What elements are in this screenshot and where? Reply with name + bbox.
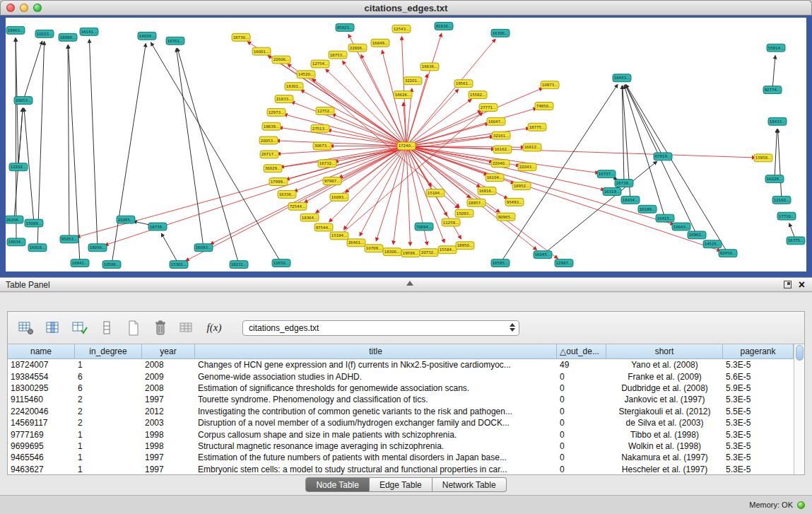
graph-node[interactable]: 27513... [311,124,329,132]
graph-node[interactable]: 18056... [88,244,107,252]
graph-node[interactable]: 16415... [656,214,674,222]
graph-node[interactable]: 18730... [232,33,250,41]
graph-node[interactable]: 17240... [397,142,416,150]
graph-node[interactable]: 16812... [523,144,541,151]
graph-edge[interactable] [306,74,459,208]
graph-edge[interactable] [284,115,406,146]
table-row[interactable]: 911546021997Tourette syndrome. Phenomeno… [8,394,794,405]
graph-node[interactable]: 16047... [487,117,505,125]
graph-node[interactable]: 18988... [59,33,77,41]
float-panel-icon[interactable] [784,281,792,288]
graph-node[interactable]: 16162... [493,146,512,153]
graph-edge[interactable] [778,129,782,200]
graph-node[interactable]: 67919... [654,153,672,160]
graph-node[interactable]: 22606... [272,56,290,64]
graph-node[interactable]: 12160... [772,196,791,204]
column-header-title[interactable]: title [195,344,557,358]
graph-node[interactable]: 21833... [275,95,293,103]
graph-node[interactable]: 22806... [348,44,367,52]
graph-node[interactable]: 20653... [14,97,33,105]
graph-node[interactable]: 14034... [138,32,156,40]
column-header-year[interactable]: year [142,344,195,358]
graph-edge[interactable] [177,48,239,264]
graph-node[interactable]: 15194... [330,232,348,240]
graph-node[interactable]: 16189... [638,205,657,213]
graph-node[interactable]: 16306... [491,29,510,37]
graph-node[interactable]: 18950... [456,242,474,250]
graph-node[interactable]: 12973... [267,108,286,116]
graph-edge[interactable] [211,146,406,244]
graph-node[interactable]: 97544... [314,223,333,231]
graph-node[interactable]: 20053... [259,136,278,144]
graph-node[interactable]: 26206... [6,216,23,223]
graph-node[interactable]: 97987... [323,177,341,185]
table-row[interactable]: 946554611997Estimation of the future num… [8,452,794,463]
graph-edge[interactable] [89,40,98,248]
graph-node[interactable]: 16045... [534,251,552,259]
network-table-select[interactable]: citations_edges.txt [242,320,519,336]
function-builder-icon[interactable]: f(x) [206,320,223,336]
graph-node[interactable]: 15088... [25,219,43,227]
graph-edge[interactable] [625,85,663,156]
table-row[interactable]: 969969511998Structural magnetic resonanc… [8,440,794,452]
graph-node[interactable]: 12650... [272,259,290,267]
graph-edge[interactable] [18,108,23,167]
table-row[interactable]: 1830029562008Estimation of significance … [8,382,794,394]
graph-node[interactable]: 18231... [230,261,248,269]
graph-edge[interactable] [23,41,42,100]
graph-node[interactable]: 10223... [35,30,54,37]
table-row[interactable]: 1456911722003Disruption of a novel membe… [8,417,794,428]
graph-node[interactable]: 18364... [300,214,319,221]
graph-edge[interactable] [406,136,493,146]
graph-node[interactable]: 26717... [260,151,278,158]
graph-node[interactable]: 15584... [438,246,457,254]
graph-node[interactable]: 16849... [371,39,389,47]
graph-node[interactable]: 32201... [404,77,422,85]
graph-node[interactable]: 74850... [535,103,553,110]
graph-node[interactable]: 12987... [555,259,573,267]
graph-node[interactable]: 30029... [264,165,282,173]
graph-node[interactable]: 92450... [719,250,737,257]
graph-node[interactable]: 18739... [148,223,167,230]
graph-node[interactable]: 80965... [497,213,515,221]
select-columns-icon[interactable] [45,320,61,336]
graph-node[interactable]: 15958... [754,154,772,162]
graph-node[interactable]: 14520... [297,71,315,78]
graph-edge[interactable] [301,90,406,146]
import-table-icon[interactable] [179,320,196,336]
graph-node[interactable]: 12754... [311,60,329,68]
graph-node[interactable]: 16636... [420,63,439,71]
graph-node[interactable]: 81830... [435,22,453,30]
graph-edge[interactable] [775,129,777,179]
column-header-pagerank[interactable]: pagerank [723,344,794,358]
graph-node[interactable]: 95493... [505,198,524,206]
graph-node[interactable]: 16775... [787,237,805,245]
graph-edge[interactable] [176,49,204,248]
graph-node[interactable]: 17999... [269,178,288,186]
delete-table-icon[interactable] [152,320,169,336]
new-column-icon[interactable] [71,320,88,336]
graph-node[interactable]: 18301... [285,83,303,90]
graph-node[interactable]: 16818... [28,244,47,252]
graph-node[interactable]: 16001... [252,47,271,55]
graph-node[interactable]: 18434... [621,196,640,204]
graph-node[interactable]: 16104... [486,174,504,182]
graph-node[interactable]: 27771... [479,103,498,111]
graph-node[interactable]: 30673... [313,142,331,150]
tab-network-table[interactable]: Network Table [433,477,507,492]
graph-edge[interactable] [772,56,775,90]
row-cells-icon[interactable] [98,320,115,336]
graph-edge[interactable] [37,42,45,248]
column-header-name[interactable]: name [8,344,75,358]
graph-node[interactable]: 10973... [541,81,559,89]
graph-node[interactable]: 14525... [703,240,722,248]
graph-node[interactable]: 95053... [60,235,78,243]
graph-node[interactable]: 22040... [491,160,510,168]
graph-node[interactable]: 17710... [777,212,796,220]
graph-node[interactable]: 26461... [347,239,365,247]
column-header-out_degree[interactable]: △ out_de... [557,344,606,358]
graph-node[interactable]: 12752... [316,107,334,115]
graph-node[interactable]: 19598... [401,250,420,257]
graph-node[interactable]: 18034... [7,238,25,246]
graph-node[interactable]: 92774... [763,86,782,94]
